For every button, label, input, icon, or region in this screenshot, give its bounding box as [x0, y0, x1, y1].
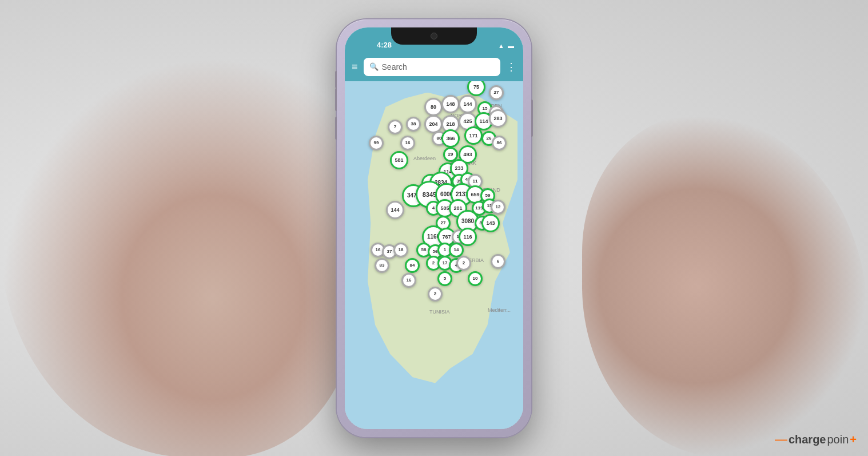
charge-marker[interactable]: 116	[459, 228, 477, 246]
status-time: 4:28	[354, 41, 392, 49]
charge-marker[interactable]: 12	[491, 200, 505, 215]
logo-dash: —	[775, 432, 787, 447]
charge-marker[interactable]: 148	[441, 95, 460, 113]
charge-marker[interactable]: 10	[468, 271, 483, 286]
app-toolbar: ≡ 🔍 Search ⋮	[345, 53, 523, 81]
logo-point-text: poin	[827, 433, 849, 446]
search-input[interactable]: Search	[382, 62, 407, 72]
charge-marker[interactable]: 144	[386, 201, 404, 219]
charge-marker[interactable]: 18	[393, 243, 408, 257]
front-camera	[431, 33, 437, 39]
phone-device: 4:28 ▲ ▬ ≡ 🔍 Search ⋮ Aberd	[337, 19, 531, 437]
battery-icon: ▬	[508, 42, 514, 49]
charge-marker[interactable]: 99	[369, 136, 384, 150]
charge-marker[interactable]: 80	[424, 98, 443, 116]
status-icons: ▲ ▬	[498, 42, 514, 49]
charge-marker[interactable]: 27	[489, 85, 504, 100]
search-icon: 🔍	[369, 62, 379, 71]
menu-icon[interactable]: ≡	[352, 62, 358, 72]
logo-charge-text: charge	[789, 433, 826, 446]
charge-marker[interactable]: 2	[456, 256, 471, 271]
charge-marker[interactable]: 38	[406, 117, 421, 132]
wifi-icon: ▲	[498, 42, 504, 49]
charge-marker[interactable]: 7	[388, 120, 403, 134]
charge-marker[interactable]: 144	[459, 95, 477, 113]
charge-marker[interactable]: 171	[464, 126, 483, 145]
phone-shell: 4:28 ▲ ▬ ≡ 🔍 Search ⋮ Aberd	[337, 19, 531, 437]
charge-marker[interactable]: 283	[489, 109, 507, 128]
notch	[391, 27, 477, 45]
charge-marker[interactable]: 16	[401, 273, 416, 288]
more-options-icon[interactable]: ⋮	[506, 61, 516, 73]
charge-marker[interactable]: 143	[481, 214, 500, 232]
charge-marker[interactable]: 83	[375, 258, 389, 273]
charge-marker[interactable]: 2	[428, 287, 443, 302]
charge-marker[interactable]: 14	[449, 243, 464, 257]
charge-marker[interactable]: 366	[441, 129, 460, 148]
charge-marker[interactable]: 16	[400, 136, 415, 150]
charge-marker[interactable]: 6	[491, 254, 505, 269]
charge-marker[interactable]: 86	[492, 136, 507, 150]
power-button	[531, 100, 533, 137]
logo-plus-text: +	[850, 433, 857, 446]
charge-marker[interactable]: 5	[437, 271, 452, 286]
silent-switch	[335, 71, 337, 88]
charge-marker[interactable]: 581	[390, 151, 408, 169]
charge-marker[interactable]: 84	[405, 258, 420, 273]
search-bar[interactable]: 🔍 Search	[364, 58, 500, 76]
chargepoint-logo: — charge poin +	[775, 432, 857, 447]
volume-down-button	[335, 117, 337, 140]
map-view[interactable]: Aberdeen NORWAY SWEDEN DENMARK POLAND SE…	[345, 81, 523, 429]
volume-up-button	[335, 88, 337, 111]
phone-screen: 4:28 ▲ ▬ ≡ 🔍 Search ⋮ Aberd	[345, 27, 523, 429]
